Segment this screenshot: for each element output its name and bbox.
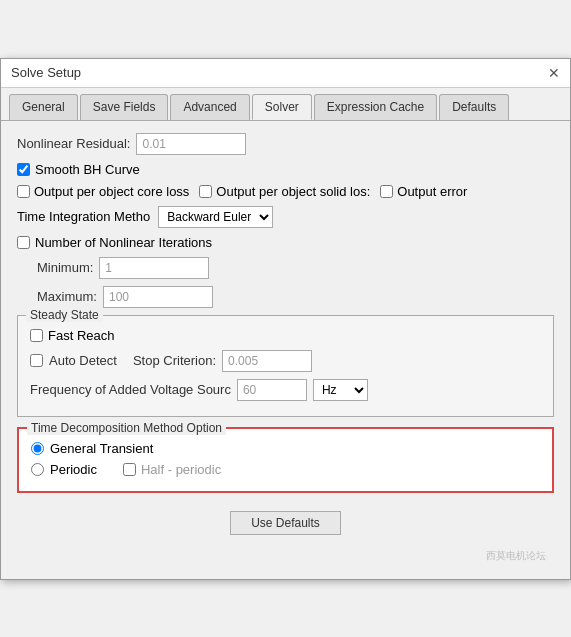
nonlinear-residual-label: Nonlinear Residual: (17, 136, 130, 151)
title-bar: Solve Setup ✕ (1, 59, 570, 88)
nonlinear-iterations-checkbox[interactable] (17, 236, 30, 249)
periodic-label: Periodic (50, 462, 97, 477)
output-core-loss-item: Output per object core loss (17, 184, 189, 199)
tab-bar: General Save Fields Advanced Solver Expr… (1, 88, 570, 121)
tab-defaults[interactable]: Defaults (439, 94, 509, 120)
frequency-label: Frequency of Added Voltage Sourc (30, 382, 231, 397)
half-periodic-label: Half - periodic (141, 462, 221, 477)
auto-detect-label: Auto Detect (49, 353, 117, 368)
general-transient-label: General Transient (50, 441, 153, 456)
tab-advanced[interactable]: Advanced (170, 94, 249, 120)
frequency-row: Frequency of Added Voltage Sourc Hz kHz … (30, 379, 541, 401)
stop-criterion-label: Stop Criterion: (133, 353, 216, 368)
output-solid-loss-label: Output per object solid los: (216, 184, 370, 199)
footer: Use Defaults (17, 503, 554, 547)
use-defaults-button[interactable]: Use Defaults (230, 511, 341, 535)
output-core-loss-checkbox[interactable] (17, 185, 30, 198)
tab-general[interactable]: General (9, 94, 78, 120)
smooth-bh-label: Smooth BH Curve (35, 162, 140, 177)
output-solid-loss-checkbox[interactable] (199, 185, 212, 198)
fast-reach-checkbox[interactable] (30, 329, 43, 342)
steady-state-group: Steady State Fast Reach Auto Detect Stop… (17, 315, 554, 417)
output-core-loss-label: Output per object core loss (34, 184, 189, 199)
output-solid-loss-item: Output per object solid los: (199, 184, 370, 199)
minimum-label: Minimum: (37, 260, 93, 275)
half-periodic-container: Half - periodic (123, 462, 221, 477)
fast-reach-label: Fast Reach (48, 328, 114, 343)
frequency-input[interactable] (237, 379, 307, 401)
solver-content: Nonlinear Residual: Smooth BH Curve Outp… (1, 121, 570, 579)
time-integration-select[interactable]: Backward Euler Forward Euler Trapezoidal (158, 206, 273, 228)
smooth-bh-checkbox[interactable] (17, 163, 30, 176)
tab-solver[interactable]: Solver (252, 94, 312, 120)
close-button[interactable]: ✕ (548, 65, 560, 81)
maximum-row: Maximum: (37, 286, 554, 308)
nonlinear-residual-input[interactable] (136, 133, 246, 155)
periodic-radio[interactable] (31, 463, 44, 476)
tab-expression-cache[interactable]: Expression Cache (314, 94, 437, 120)
dialog-title: Solve Setup (11, 65, 81, 80)
watermark: 西莫电机论坛 (17, 547, 554, 567)
general-transient-row: General Transient (31, 441, 540, 456)
smooth-bh-row: Smooth BH Curve (17, 162, 554, 177)
time-decomp-title: Time Decomposition Method Option (27, 421, 226, 435)
stop-criterion-input[interactable] (222, 350, 312, 372)
dialog: Solve Setup ✕ General Save Fields Advanc… (0, 58, 571, 580)
time-integration-label: Time Integration Metho (17, 209, 150, 224)
half-periodic-checkbox[interactable] (123, 463, 136, 476)
steady-state-title: Steady State (26, 308, 103, 322)
nonlinear-residual-row: Nonlinear Residual: (17, 133, 554, 155)
maximum-label: Maximum: (37, 289, 97, 304)
time-integration-row: Time Integration Metho Backward Euler Fo… (17, 206, 554, 228)
frequency-unit-select[interactable]: Hz kHz MHz (313, 379, 368, 401)
output-error-checkbox[interactable] (380, 185, 393, 198)
nonlinear-iterations-label: Number of Nonlinear Iterations (35, 235, 212, 250)
minimum-row: Minimum: (37, 257, 554, 279)
minimum-input[interactable] (99, 257, 209, 279)
output-error-item: Output error (380, 184, 467, 199)
time-decomp-group: Time Decomposition Method Option General… (17, 427, 554, 493)
auto-detect-row: Auto Detect Stop Criterion: (30, 350, 541, 372)
general-transient-radio[interactable] (31, 442, 44, 455)
fast-reach-row: Fast Reach (30, 328, 541, 343)
maximum-input[interactable] (103, 286, 213, 308)
time-decomp-content: General Transient Periodic Half - period… (19, 437, 552, 491)
steady-state-content: Fast Reach Auto Detect Stop Criterion: F… (18, 324, 553, 416)
auto-detect-checkbox[interactable] (30, 354, 43, 367)
periodic-row: Periodic Half - periodic (31, 462, 540, 477)
output-error-label: Output error (397, 184, 467, 199)
tab-save-fields[interactable]: Save Fields (80, 94, 169, 120)
nonlinear-iterations-row: Number of Nonlinear Iterations (17, 235, 554, 250)
output-options-row: Output per object core loss Output per o… (17, 184, 554, 199)
